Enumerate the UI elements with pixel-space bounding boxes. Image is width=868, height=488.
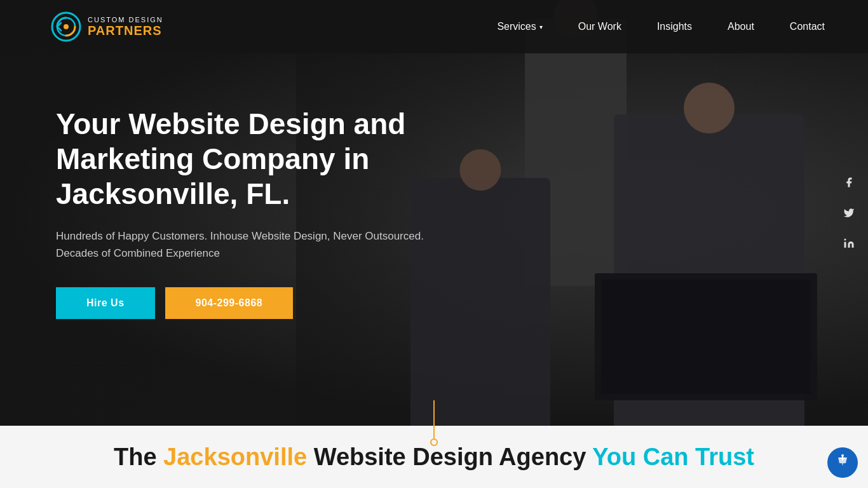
accessibility-icon [835,453,850,472]
hero-subtitle: Hundreds of Happy Customers. Inhouse Web… [56,227,437,262]
line-dot [430,438,438,446]
logo-bottom-line: PARTNERS [88,24,163,37]
linkedin-icon[interactable] [840,234,858,252]
bottom-text-highlight2: You Can Trust [592,444,754,470]
main-nav: Services ▾ Our Work Insights About Conta… [479,0,843,53]
phone-button[interactable]: 904-299-6868 [165,287,294,319]
services-dropdown-arrow: ▾ [539,24,543,30]
site-header: CUSTOM DESIGN PARTNERS Services ▾ Our Wo… [0,0,868,53]
hero-title: Your Website Design and Marketing Compan… [56,107,520,212]
vertical-line [433,400,435,438]
nav-services[interactable]: Services ▾ [479,0,560,53]
logo[interactable]: CUSTOM DESIGN PARTNERS [51,11,163,42]
bottom-text-part2: Website Design Agency [307,444,592,470]
hero-content: Your Website Design and Marketing Compan… [56,107,520,319]
bottom-text-highlight: Jacksonville [163,444,307,470]
svg-point-3 [844,239,846,241]
logo-top-line: CUSTOM DESIGN [88,16,163,24]
bottom-heading: The Jacksonville Website Design Agency Y… [114,444,754,471]
twitter-icon[interactable] [840,204,858,222]
nav-our-work[interactable]: Our Work [560,0,639,53]
decorative-line [430,400,438,446]
logo-icon [51,11,81,42]
svg-point-2 [64,24,69,29]
logo-text: CUSTOM DESIGN PARTNERS [88,16,163,37]
nav-about[interactable]: About [710,0,772,53]
social-bar [840,173,858,252]
nav-contact[interactable]: Contact [772,0,843,53]
facebook-icon[interactable] [840,173,858,191]
nav-insights[interactable]: Insights [639,0,710,53]
accessibility-button[interactable] [827,447,858,478]
hire-us-button[interactable]: Hire Us [56,287,155,319]
bottom-section: The Jacksonville Website Design Agency Y… [0,426,868,488]
laptop-prop [595,273,817,400]
hero-section: Your Website Design and Marketing Compan… [0,0,868,426]
bottom-text-part1: The [114,444,163,470]
hero-buttons: Hire Us 904-299-6868 [56,287,520,319]
